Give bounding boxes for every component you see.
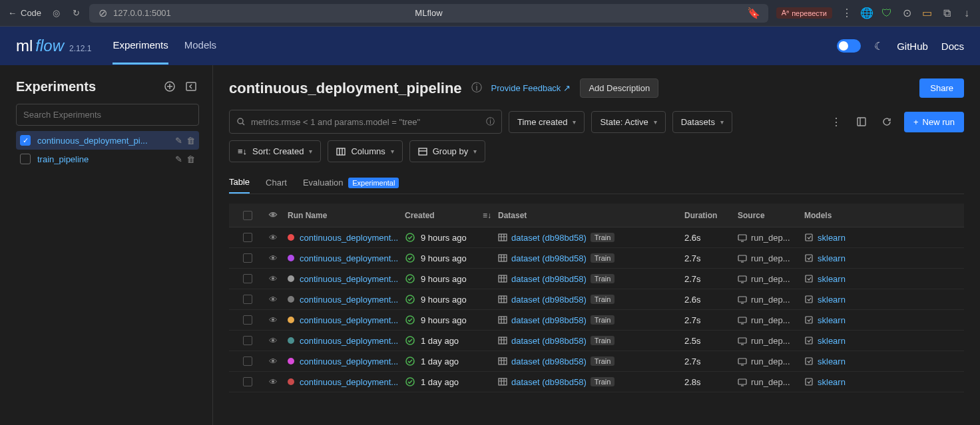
view-tab-table[interactable]: Table xyxy=(229,172,250,194)
run-name-link[interactable]: continuous_deployment... xyxy=(300,356,398,366)
kebab-menu-icon[interactable]: ⋮ xyxy=(828,114,844,130)
columns-dropdown[interactable]: Columns ▾ xyxy=(328,140,402,162)
info-icon[interactable]: ⓘ xyxy=(486,116,495,128)
row-checkbox[interactable] xyxy=(243,356,252,366)
experiment-name[interactable]: train_pipeline xyxy=(37,154,168,164)
experiment-checkbox[interactable]: ✓ xyxy=(20,135,31,146)
run-name-link[interactable]: continuous_deployment... xyxy=(300,253,398,263)
dataset-link[interactable]: dataset (db98bd58) xyxy=(511,377,587,387)
download-icon[interactable]: ↓ xyxy=(961,8,972,19)
model-link[interactable]: sklearn xyxy=(818,233,846,243)
visibility-icon[interactable]: 👁 xyxy=(269,356,278,366)
video-icon[interactable]: ⊙ xyxy=(901,8,912,19)
visibility-icon[interactable]: 👁 xyxy=(269,253,278,263)
visibility-icon[interactable]: 👁 xyxy=(269,295,278,305)
model-link[interactable]: sklearn xyxy=(818,274,846,284)
edit-icon[interactable]: ✎ xyxy=(175,136,182,146)
dataset-link[interactable]: dataset (db98bd58) xyxy=(511,336,587,346)
delete-icon[interactable]: 🗑 xyxy=(186,136,195,146)
run-name-link[interactable]: continuous_deployment... xyxy=(300,274,398,284)
model-link[interactable]: sklearn xyxy=(818,377,846,387)
time-created-dropdown[interactable]: Time created ▾ xyxy=(509,111,585,133)
dataset-link[interactable]: dataset (db98bd58) xyxy=(511,233,587,243)
header-link-docs[interactable]: Docs xyxy=(941,41,964,52)
visibility-icon[interactable]: 👁 xyxy=(269,233,278,243)
dataset-link[interactable]: dataset (db98bd58) xyxy=(511,356,587,366)
run-name-link[interactable]: continuous_deployment... xyxy=(300,233,398,243)
row-checkbox[interactable] xyxy=(243,274,252,283)
table-row[interactable]: 👁continuous_deployment...9 hours agodata… xyxy=(229,269,964,289)
collapse-sidebar-icon[interactable] xyxy=(183,78,199,94)
battery-icon[interactable]: ▭ xyxy=(921,8,932,19)
select-all-checkbox[interactable] xyxy=(243,211,252,220)
dataset-link[interactable]: dataset (db98bd58) xyxy=(511,274,587,284)
run-name-link[interactable]: continuous_deployment... xyxy=(300,377,398,387)
sidebar-item[interactable]: ✓continuous_deployment_pi...✎🗑 xyxy=(16,131,199,150)
table-row[interactable]: 👁continuous_deployment...9 hours agodata… xyxy=(229,248,964,269)
model-link[interactable]: sklearn xyxy=(818,315,846,325)
extensions-icon[interactable]: ⧉ xyxy=(941,8,952,19)
model-link[interactable]: sklearn xyxy=(818,295,846,305)
row-checkbox[interactable] xyxy=(243,233,252,242)
edit-icon[interactable]: ✎ xyxy=(175,154,182,164)
col-header-models[interactable]: Models xyxy=(804,211,871,220)
table-row[interactable]: 👁continuous_deployment...9 hours agodata… xyxy=(229,310,964,331)
nav-tab-models[interactable]: Models xyxy=(184,27,216,65)
sort-dropdown[interactable]: ≡↓ Sort: Created ▾ xyxy=(229,140,321,162)
table-row[interactable]: 👁continuous_deployment...9 hours agodata… xyxy=(229,227,964,248)
visibility-icon[interactable]: 👁 xyxy=(269,315,278,325)
groupby-dropdown[interactable]: Group by ▾ xyxy=(409,140,485,162)
globe-icon[interactable]: 🌐 xyxy=(861,8,872,19)
table-row[interactable]: 👁continuous_deployment...9 hours agodata… xyxy=(229,289,964,310)
datasets-dropdown[interactable]: Datasets ▾ xyxy=(672,111,732,133)
feedback-link[interactable]: Provide Feedback ↗ xyxy=(491,83,571,93)
share-button[interactable]: Share xyxy=(919,78,964,98)
visibility-icon[interactable]: 👁 xyxy=(269,274,278,284)
state-dropdown[interactable]: State: Active ▾ xyxy=(591,111,665,133)
url-bar[interactable]: ⊘ 127.0.0.1:5001 MLflow 🔖 xyxy=(89,4,768,23)
kebab-icon[interactable]: ⋮ xyxy=(842,8,852,19)
panel-layout-icon[interactable] xyxy=(854,114,869,130)
row-checkbox[interactable] xyxy=(243,336,252,345)
row-checkbox[interactable] xyxy=(243,377,252,386)
experiment-checkbox[interactable] xyxy=(20,154,31,164)
col-header-runname[interactable]: Run Name xyxy=(285,211,405,220)
model-link[interactable]: sklearn xyxy=(818,336,846,346)
col-header-source[interactable]: Source xyxy=(738,211,804,220)
reload-icon[interactable]: ↻ xyxy=(71,8,81,19)
header-link-github[interactable]: GitHub xyxy=(897,41,928,52)
visibility-icon[interactable]: 👁 xyxy=(269,336,278,346)
row-checkbox[interactable] xyxy=(243,253,252,263)
add-description-button[interactable]: Add Description xyxy=(580,78,658,98)
visibility-icon[interactable]: 👁 xyxy=(269,377,278,387)
table-row[interactable]: 👁continuous_deployment...1 day agodatase… xyxy=(229,331,964,351)
mlflow-logo[interactable]: mlflow 2.12.1 xyxy=(16,37,91,55)
search-runs-input[interactable]: metrics.rmse < 1 and params.model = "tre… xyxy=(229,110,502,134)
model-link[interactable]: sklearn xyxy=(818,253,846,263)
col-header-created[interactable]: Created ≡↓ xyxy=(405,211,498,220)
view-tab-evaluation[interactable]: Evaluation Experimental xyxy=(303,172,399,193)
experiment-name[interactable]: continuous_deployment_pi... xyxy=(37,136,168,146)
run-name-link[interactable]: continuous_deployment... xyxy=(300,315,398,325)
dataset-link[interactable]: dataset (db98bd58) xyxy=(511,253,587,263)
table-row[interactable]: 👁continuous_deployment...1 day agodatase… xyxy=(229,372,964,392)
shield-icon[interactable]: 🛡 xyxy=(881,8,892,19)
run-name-link[interactable]: continuous_deployment... xyxy=(300,295,398,305)
nav-tab-experiments[interactable]: Experiments xyxy=(113,27,168,65)
run-name-link[interactable]: continuous_deployment... xyxy=(300,336,398,346)
col-header-dataset[interactable]: Dataset xyxy=(498,211,684,220)
compass-icon[interactable]: ◎ xyxy=(51,8,61,19)
translate-badge[interactable]: Aᵃ перевести xyxy=(776,7,832,19)
add-experiment-icon[interactable] xyxy=(162,78,178,94)
visibility-header-icon[interactable]: 👁 xyxy=(269,210,278,220)
table-row[interactable]: 👁continuous_deployment...1 day agodatase… xyxy=(229,351,964,372)
bookmark-icon[interactable]: 🔖 xyxy=(747,7,760,19)
dataset-link[interactable]: dataset (db98bd58) xyxy=(511,295,587,305)
theme-toggle[interactable] xyxy=(837,39,861,53)
row-checkbox[interactable] xyxy=(243,295,252,304)
new-run-button[interactable]: + New run xyxy=(904,112,964,132)
col-header-duration[interactable]: Duration xyxy=(684,211,738,220)
sidebar-item[interactable]: train_pipeline✎🗑 xyxy=(16,150,199,168)
dataset-link[interactable]: dataset (db98bd58) xyxy=(511,315,587,325)
info-icon[interactable]: ⓘ xyxy=(471,81,482,95)
